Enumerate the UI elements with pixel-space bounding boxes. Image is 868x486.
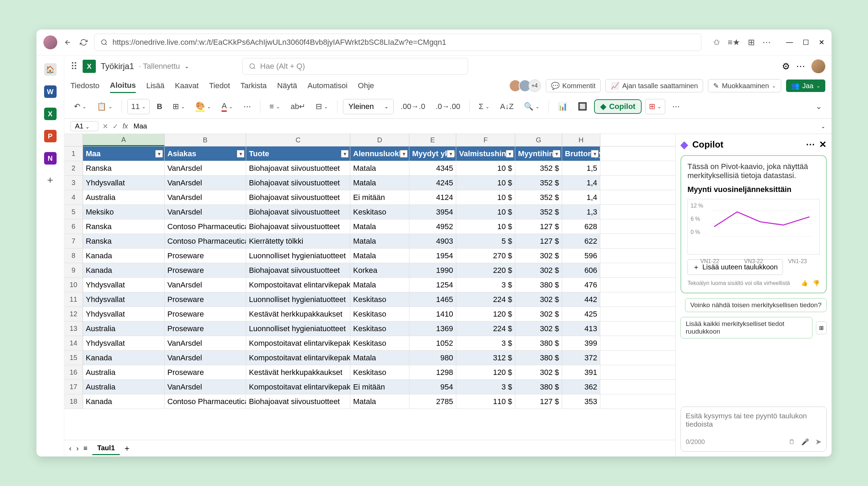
- cell[interactable]: VanArsdel: [165, 190, 246, 204]
- copilot-more-icon[interactable]: ⋯: [806, 139, 815, 150]
- cell[interactable]: 4952: [409, 219, 456, 234]
- cell[interactable]: Korkea: [350, 263, 409, 277]
- cell[interactable]: Matala: [350, 234, 409, 248]
- name-box[interactable]: A1 ⌄: [70, 121, 98, 131]
- row-header[interactable]: 13: [64, 321, 83, 336]
- cell[interactable]: Ei mitään: [350, 380, 409, 394]
- cell[interactable]: Kierrätetty tölkki: [246, 234, 350, 248]
- row-header[interactable]: 8: [64, 249, 83, 263]
- cell[interactable]: VanArsdel: [165, 351, 246, 365]
- cell[interactable]: Biohajoavat siivoustuotteet: [246, 161, 350, 175]
- minimize-button[interactable]: —: [786, 38, 793, 47]
- col-header-a[interactable]: A: [83, 134, 165, 146]
- cell[interactable]: Keskitaso: [350, 321, 409, 336]
- copilot-button[interactable]: ◆ Copilot: [594, 99, 642, 114]
- cell[interactable]: Australia: [83, 190, 165, 204]
- merge-button[interactable]: ⊟ ⌄: [312, 99, 332, 114]
- presence-indicator[interactable]: +4: [512, 79, 541, 92]
- cell[interactable]: Keskitaso: [350, 307, 409, 321]
- cell[interactable]: 1465: [409, 292, 456, 307]
- cell[interactable]: 10 $: [456, 205, 515, 219]
- more-icon[interactable]: ⋯: [796, 61, 805, 72]
- title-dropdown-icon[interactable]: ⌄: [185, 64, 189, 69]
- cell[interactable]: 1369: [409, 321, 456, 336]
- cell[interactable]: 425: [562, 307, 600, 321]
- tab-review[interactable]: Tarkista: [241, 79, 267, 92]
- cell[interactable]: 622: [562, 234, 600, 248]
- cell[interactable]: 4245: [409, 176, 456, 190]
- cell[interactable]: Biohajoavat siivoustuotteet: [246, 190, 350, 204]
- table-header-cell[interactable]: Myydyt yksiköt▾: [409, 146, 456, 161]
- row-header[interactable]: 7: [64, 234, 83, 248]
- table-header-cell[interactable]: Maa▾: [83, 146, 165, 161]
- cell[interactable]: Yhdysvallat: [83, 292, 165, 307]
- cell[interactable]: Matala: [350, 394, 409, 409]
- cell[interactable]: Keskitaso: [350, 292, 409, 307]
- app-launcher-icon[interactable]: ⠿: [70, 61, 78, 72]
- bold-button[interactable]: B: [153, 99, 166, 114]
- cell[interactable]: 302 $: [515, 249, 562, 263]
- more-formatting-icon[interactable]: ⋯: [240, 99, 254, 114]
- select-all-corner[interactable]: [64, 134, 83, 146]
- cell[interactable]: 4345: [409, 161, 456, 175]
- filter-icon[interactable]: ▾: [155, 150, 163, 158]
- row-header[interactable]: 18: [64, 394, 83, 409]
- cell[interactable]: Australia: [83, 365, 165, 379]
- tab-formulas[interactable]: Kaavat: [175, 79, 199, 92]
- cell[interactable]: 220 $: [456, 263, 515, 277]
- row-header[interactable]: 9: [64, 263, 83, 277]
- col-header-g[interactable]: G: [515, 134, 562, 146]
- cell[interactable]: Proseware: [165, 263, 246, 277]
- row-header[interactable]: 3: [64, 176, 83, 190]
- autosum-button[interactable]: Σ ⌄: [475, 99, 493, 114]
- cell[interactable]: Yhdysvallat: [83, 278, 165, 292]
- cell[interactable]: 380 $: [515, 351, 562, 365]
- next-sheet-icon[interactable]: ›: [76, 444, 79, 452]
- undo-button[interactable]: ↶ ⌄: [70, 99, 90, 114]
- col-header-e[interactable]: E: [409, 134, 456, 146]
- cell[interactable]: 4903: [409, 234, 456, 248]
- cell[interactable]: Contoso Pharmaceuticals: [165, 394, 246, 409]
- cell[interactable]: Kompostoitavat elintarvikepakkaukset: [246, 380, 350, 394]
- sort-button[interactable]: A↓Z: [496, 99, 517, 114]
- row-header[interactable]: 10: [64, 278, 83, 292]
- col-header-b[interactable]: B: [165, 134, 246, 146]
- home-icon[interactable]: 🏠: [44, 63, 57, 76]
- number-format-dropdown[interactable]: Yleinen ⌄: [343, 99, 393, 114]
- paste-button[interactable]: 📋 ⌄: [93, 99, 116, 114]
- address-bar[interactable]: https://onedrive.live.com/:w:/t/EaCKkPs6…: [94, 34, 701, 51]
- cell[interactable]: 1,5: [562, 161, 600, 175]
- decrease-decimal-button[interactable]: .00→.0: [397, 99, 429, 114]
- cell[interactable]: Ranska: [83, 219, 165, 234]
- formula-input[interactable]: [132, 121, 817, 132]
- borders-button[interactable]: ⊞ ⌄: [169, 99, 189, 114]
- cell[interactable]: 127 $: [515, 234, 562, 248]
- cell[interactable]: 4124: [409, 190, 456, 204]
- fx-icon[interactable]: fx: [123, 122, 128, 130]
- cell[interactable]: 10 $: [456, 219, 515, 234]
- find-button[interactable]: 🔍 ⌄: [520, 99, 543, 114]
- add-app-button[interactable]: +: [47, 174, 53, 186]
- cell[interactable]: Proseware: [165, 249, 246, 263]
- cell[interactable]: 224 $: [456, 321, 515, 336]
- cell[interactable]: 1,3: [562, 205, 600, 219]
- profile-avatar[interactable]: [43, 35, 57, 49]
- cell[interactable]: 3 $: [456, 380, 515, 394]
- favorites-icon[interactable]: ≡★: [728, 37, 740, 47]
- cell[interactable]: 1254: [409, 278, 456, 292]
- cell[interactable]: 476: [562, 278, 600, 292]
- cell[interactable]: Biohajoavat siivoustuotteet: [246, 219, 350, 234]
- row-header[interactable]: 12: [64, 307, 83, 321]
- all-sheets-icon[interactable]: ≡: [83, 444, 87, 452]
- table-header-cell[interactable]: Bruttomyynti▾: [562, 146, 600, 161]
- font-color-button[interactable]: A ⌄: [218, 99, 236, 114]
- collections-icon[interactable]: ⊞: [748, 37, 755, 47]
- cell[interactable]: Biohajoavat siivoustuotteet: [246, 176, 350, 190]
- cell[interactable]: VanArsdel: [165, 278, 246, 292]
- fill-color-button[interactable]: 🎨 ⌄: [192, 99, 215, 114]
- cell[interactable]: Australia: [83, 380, 165, 394]
- table-header-cell[interactable]: Alennusluokka▾: [350, 146, 409, 161]
- copilot-book-icon[interactable]: 🗒: [789, 438, 795, 446]
- cell[interactable]: Yhdysvallat: [83, 336, 165, 350]
- cell[interactable]: 120 $: [456, 365, 515, 379]
